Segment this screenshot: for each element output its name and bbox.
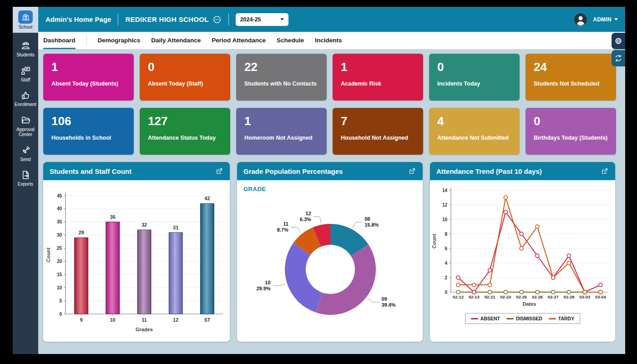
stat-card[interactable]: 0Absent Today (Staff) [140, 54, 230, 101]
legend-item-absent: ABSENT [471, 316, 500, 321]
app-header: Admin's Home Page REDIKER HIGH SCHOOL 20… [38, 7, 625, 32]
svg-text:02-27: 02-27 [548, 295, 559, 299]
sidebar-item-label: School [19, 25, 33, 30]
svg-text:42: 42 [204, 196, 210, 201]
sidebar-item-enrollment[interactable]: Enrollment [13, 90, 38, 107]
svg-text:0: 0 [445, 290, 447, 295]
svg-text:5: 5 [59, 298, 62, 303]
svg-text:Count: Count [431, 234, 437, 248]
stat-card[interactable]: 0Birthdays Today (Students) [526, 108, 616, 155]
stat-card[interactable]: 1Academic Risk [333, 54, 423, 101]
svg-text:02-25: 02-25 [516, 295, 527, 299]
sidebar-item-students[interactable]: Students [13, 40, 38, 58]
line-chart: 0246810121402-1202-1302-2102-2402-2502-2… [430, 184, 615, 312]
sidebar-item-label: Send [20, 157, 30, 162]
external-link-icon[interactable] [601, 167, 609, 175]
svg-text:10: 10 [110, 317, 116, 323]
panel-title: Students and Staff Count [50, 167, 131, 175]
svg-text:14: 14 [442, 188, 448, 193]
sidebar-item-approval-center[interactable]: Approval Center [13, 115, 38, 137]
svg-text:0: 0 [59, 312, 62, 317]
stat-card[interactable]: 127Attendance Status Today [140, 108, 230, 155]
svg-text:11: 11 [283, 221, 288, 227]
sidebar-item-label: Exports [18, 182, 33, 187]
avatar[interactable] [574, 13, 587, 26]
external-link-icon[interactable] [215, 167, 223, 175]
refresh-icon [614, 54, 623, 63]
tab-daily-attendance[interactable]: Daily Attendance [151, 32, 201, 49]
external-link-icon[interactable] [408, 167, 416, 175]
sidebar-item-label: Staff [21, 77, 30, 83]
tab-dashboard[interactable]: Dashboard [43, 32, 76, 49]
stat-card-label: Students with No Contacts [244, 81, 318, 87]
sidebar-item-exports[interactable]: Exports [13, 170, 38, 187]
school-name: REDIKER HIGH SCHOOL [125, 15, 208, 23]
panel-title: Attendance Trend (Past 10 days) [436, 167, 542, 175]
tab-demographics[interactable]: Demographics [98, 32, 141, 49]
stat-card-value: 0 [148, 61, 222, 74]
stat-card[interactable]: 106Households in School [43, 108, 134, 155]
donut-slice-09[interactable] [316, 244, 376, 315]
legend-label: ABSENT [480, 316, 500, 321]
svg-text:29: 29 [78, 230, 84, 235]
admin-label: ADMIN [593, 16, 612, 23]
chart-panel: Attendance Trend (Past 10 days)024681012… [430, 162, 615, 342]
svg-text:8.7%: 8.7% [277, 227, 288, 233]
svg-text:02-28: 02-28 [564, 295, 575, 299]
stat-card-value: 7 [341, 115, 415, 128]
stat-card[interactable]: 22Students with No Contacts [236, 54, 327, 101]
stat-card[interactable]: 1Homeroom Not Assigned [236, 108, 327, 155]
admin-menu[interactable]: ADMIN [593, 16, 618, 23]
stat-card-value: 106 [51, 115, 126, 128]
school-building-icon [18, 10, 33, 24]
chart-panels: Students and Staff Count0510152025303540… [43, 162, 620, 342]
sidebar-item-label: Students [16, 52, 34, 58]
stat-card[interactable]: 4Attendance Not Submitted [429, 108, 520, 155]
stat-card[interactable]: 1Absent Today (Students) [43, 54, 134, 101]
settings-button[interactable] [612, 33, 625, 49]
chart-panel: Students and Staff Count0510152025303540… [43, 162, 230, 342]
line-series-absent [458, 212, 601, 292]
refresh-button[interactable] [612, 50, 625, 66]
chart-legend-box: ABSENTDISMISSEDTARDY [465, 313, 580, 324]
legend-swatch [471, 318, 478, 319]
stat-card-value: 0 [534, 115, 608, 128]
stat-card[interactable]: 0Incidents Today [429, 54, 520, 101]
svg-text:20: 20 [57, 259, 62, 264]
svg-text:6: 6 [445, 246, 447, 251]
svg-text:15.8%: 15.8% [364, 222, 379, 228]
svg-text:6.3%: 6.3% [300, 217, 311, 222]
sidebar-item-staff[interactable]: Staff [13, 66, 38, 83]
panel-header: Students and Staff Count [43, 162, 230, 180]
tab-schedule[interactable]: Schedule [277, 32, 304, 49]
panel-body: GRADE0815.8%0939.4%1029.9%118.7%126.3% [237, 180, 423, 338]
svg-text:08: 08 [364, 216, 370, 222]
legend-item-tardy: TARDY [549, 316, 574, 321]
exports-icon [20, 170, 31, 180]
legend-label: DISMISSED [516, 316, 542, 321]
svg-text:03-04: 03-04 [595, 295, 607, 299]
tab-period-attendance[interactable]: Period Attendance [212, 32, 266, 49]
svg-text:11: 11 [142, 317, 147, 323]
stat-cards-row-2: 106Households in School127Attendance Sta… [43, 108, 620, 155]
school-year-value: 2024-25 [240, 16, 261, 23]
sidebar-item-send[interactable]: Send [13, 145, 38, 162]
stat-card[interactable]: 7Household Not Assigned [333, 108, 423, 155]
donut-slice-10[interactable] [285, 243, 323, 313]
stat-card-value: 127 [148, 115, 222, 128]
svg-text:10: 10 [57, 285, 62, 290]
header-divider [228, 14, 229, 25]
stat-card-value: 1 [51, 61, 126, 74]
ellipsis-circle-icon[interactable] [212, 15, 222, 24]
panel-header: Grade Population Percentages [237, 162, 423, 180]
staff-icon [20, 66, 31, 76]
donut-chart: 0815.8%0939.4%1029.9%118.7%126.3% [237, 180, 423, 338]
svg-text:2: 2 [445, 275, 447, 280]
tab-incidents[interactable]: Incidents [315, 32, 342, 49]
chart-panel: Grade Population PercentagesGRADE0815.8%… [237, 162, 423, 342]
svg-text:39.4%: 39.4% [381, 302, 395, 308]
school-name-group: REDIKER HIGH SCHOOL [125, 15, 221, 24]
stat-card[interactable]: 24Students Not Scheduled [526, 54, 616, 101]
school-year-dropdown[interactable]: 2024-25 [236, 13, 288, 26]
sidebar-item-school[interactable]: School [13, 7, 38, 33]
